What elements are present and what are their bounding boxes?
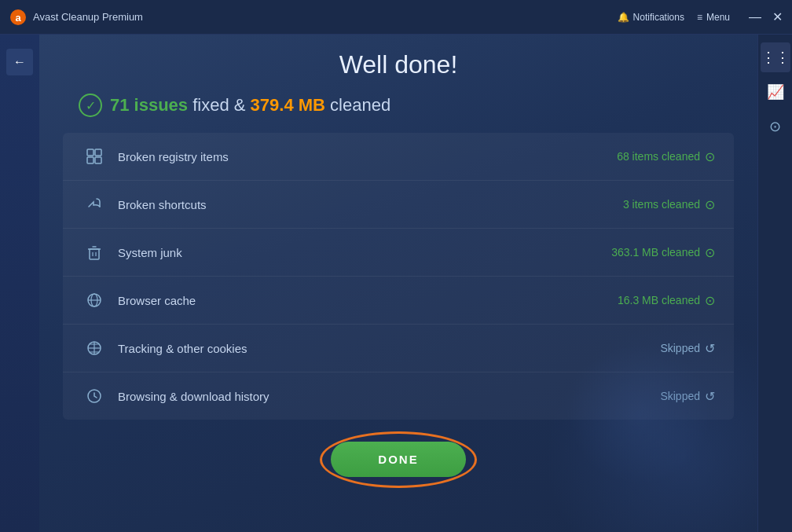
summary-check-icon: ✓ bbox=[79, 94, 102, 117]
item-icon bbox=[82, 383, 107, 409]
svg-rect-5 bbox=[95, 157, 101, 163]
sidebar-help-button[interactable]: ⊙ bbox=[761, 112, 790, 141]
item-status: 363.1 MB cleaned ⊙ bbox=[611, 245, 715, 260]
status-text: 3 items cleaned bbox=[623, 198, 700, 211]
item-label: Browser cache bbox=[118, 294, 618, 307]
item-icon bbox=[82, 192, 107, 217]
back-button[interactable]: ← bbox=[6, 49, 33, 75]
skip-icon: ↺ bbox=[705, 341, 715, 356]
app-title: Avast Cleanup Premium bbox=[33, 11, 143, 23]
skip-icon: ↺ bbox=[705, 389, 715, 404]
item-status: 16.3 MB cleaned ⊙ bbox=[618, 293, 715, 308]
check-circle-icon: ⊙ bbox=[705, 245, 715, 260]
window-controls: — ✕ bbox=[749, 11, 783, 24]
status-text: 16.3 MB cleaned bbox=[618, 294, 700, 306]
notifications-label: Notifications bbox=[633, 12, 684, 23]
check-circle-icon: ⊙ bbox=[705, 293, 715, 308]
svg-rect-2 bbox=[87, 149, 94, 156]
summary-line: ✓ 71 issues fixed & 379.4 MB cleaned bbox=[79, 94, 390, 117]
help-icon: ⊙ bbox=[769, 118, 781, 135]
grid-icon: ⋮⋮ bbox=[761, 49, 790, 66]
avast-logo-icon: a bbox=[9, 9, 27, 26]
check-circle-icon: ⊙ bbox=[705, 197, 715, 212]
status-text: 363.1 MB cleaned bbox=[611, 246, 700, 259]
item-status: 68 items cleaned ⊙ bbox=[617, 149, 715, 164]
item-status: Skipped ↺ bbox=[660, 389, 715, 404]
item-icon bbox=[82, 336, 107, 361]
menu-lines-icon: ≡ bbox=[697, 12, 702, 23]
status-text: Skipped bbox=[660, 342, 700, 354]
list-item: System junk 363.1 MB cleaned ⊙ bbox=[63, 229, 734, 277]
notifications-button[interactable]: 🔔 Notifications bbox=[618, 12, 684, 23]
item-label: Broken shortcuts bbox=[118, 198, 623, 211]
svg-rect-4 bbox=[87, 157, 94, 163]
list-item: Broken shortcuts 3 items cleaned ⊙ bbox=[63, 181, 734, 229]
svg-rect-3 bbox=[95, 149, 101, 156]
bell-icon: 🔔 bbox=[618, 12, 629, 23]
main-layout: ← Well done! ✓ 71 issues fixed & 379.4 M… bbox=[0, 35, 792, 532]
cleaned-size: 379.4 MB bbox=[251, 95, 325, 115]
item-label: Broken registry items bbox=[118, 150, 617, 163]
list-item: Browser cache 16.3 MB cleaned ⊙ bbox=[63, 277, 734, 325]
item-icon bbox=[82, 240, 107, 265]
item-label: Browsing & download history bbox=[118, 390, 660, 403]
svg-rect-6 bbox=[90, 249, 99, 259]
item-icon bbox=[82, 288, 107, 313]
menu-label: Menu bbox=[706, 12, 730, 23]
check-circle-icon: ⊙ bbox=[705, 149, 715, 164]
item-label: System junk bbox=[118, 246, 611, 259]
sidebar-grid-button[interactable]: ⋮⋮ bbox=[761, 42, 790, 72]
back-panel: ← bbox=[0, 35, 39, 532]
titlebar: a Avast Cleanup Premium 🔔 Notifications … bbox=[0, 0, 792, 35]
minimize-button[interactable]: — bbox=[749, 11, 761, 24]
list-item: Broken registry items 68 items cleaned ⊙ bbox=[63, 133, 734, 181]
titlebar-right: 🔔 Notifications ≡ Menu — ✕ bbox=[618, 11, 783, 24]
issues-count: 71 issues bbox=[110, 95, 188, 115]
done-section: DONE bbox=[331, 442, 465, 477]
close-button[interactable]: ✕ bbox=[772, 11, 783, 24]
item-status: Skipped ↺ bbox=[660, 341, 715, 356]
item-label: Tracking & other cookies bbox=[118, 342, 660, 355]
sidebar-chart-button[interactable]: 📈 bbox=[761, 77, 790, 107]
right-sidebar: ⋮⋮ 📈 ⊙ bbox=[757, 35, 792, 532]
status-text: Skipped bbox=[660, 390, 700, 402]
cleaned-text: cleaned bbox=[325, 95, 390, 115]
back-arrow-icon: ← bbox=[13, 55, 26, 69]
list-item: Tracking & other cookies Skipped ↺ bbox=[63, 325, 734, 372]
chart-icon: 📈 bbox=[767, 83, 784, 101]
content-area: Well done! ✓ 71 issues fixed & 379.4 MB … bbox=[39, 35, 757, 532]
item-icon bbox=[82, 144, 107, 169]
items-list: Broken registry items 68 items cleaned ⊙… bbox=[63, 133, 734, 420]
summary-text: 71 issues fixed & 379.4 MB cleaned bbox=[110, 95, 390, 116]
done-button[interactable]: DONE bbox=[331, 442, 465, 477]
page-title: Well done! bbox=[339, 50, 458, 79]
menu-button[interactable]: ≡ Menu bbox=[697, 12, 730, 23]
list-item: Browsing & download history Skipped ↺ bbox=[63, 372, 734, 420]
fixed-text: fixed & bbox=[188, 95, 250, 115]
titlebar-left: a Avast Cleanup Premium bbox=[9, 9, 143, 26]
item-status: 3 items cleaned ⊙ bbox=[623, 197, 715, 212]
status-text: 68 items cleaned bbox=[617, 150, 700, 163]
svg-text:a: a bbox=[15, 12, 21, 24]
